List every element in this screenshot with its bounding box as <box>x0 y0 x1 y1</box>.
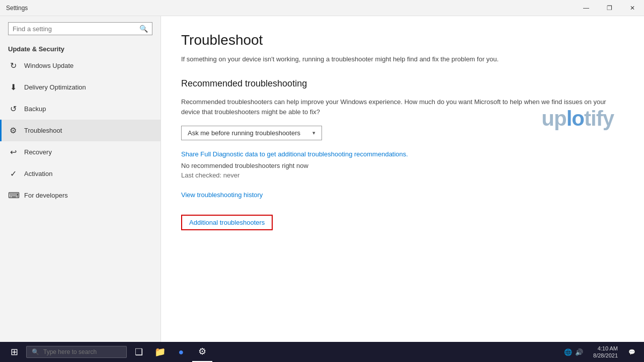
windows-update-icon: ↻ <box>8 61 18 70</box>
taskbar-search-box[interactable]: 🔍 <box>26 346 127 358</box>
additional-troubleshooters-button[interactable]: Additional troubleshooters <box>181 215 273 230</box>
sidebar-item-label: Recovery <box>24 148 52 156</box>
taskbar-clock[interactable]: 4:10 AM 8/28/2021 <box>589 345 622 359</box>
restore-button[interactable]: ❐ <box>598 0 621 16</box>
recommended-section-title: Recommended troubleshooting <box>181 78 624 89</box>
sidebar-item-label: For developers <box>24 192 68 199</box>
window-controls: — ❐ ✕ <box>575 0 644 16</box>
search-input[interactable] <box>13 25 139 33</box>
sidebar-item-label: Delivery Optimization <box>24 83 86 91</box>
settings-button[interactable]: ⚙ <box>192 342 212 362</box>
chevron-down-icon: ▾ <box>312 130 315 136</box>
clock-time: 4:10 AM <box>598 345 618 352</box>
app-title: Settings <box>6 5 28 12</box>
search-icon: 🔍 <box>139 25 148 33</box>
view-history-link[interactable]: View troubleshooting history <box>181 191 624 199</box>
page-description: If something on your device isn't workin… <box>181 54 624 64</box>
content-area: Troubleshoot If something on your device… <box>161 16 644 342</box>
sidebar-item-recovery[interactable]: ↩ Recovery <box>0 141 160 163</box>
notification-button[interactable]: 💬 <box>624 342 640 362</box>
search-box[interactable]: 🔍 <box>8 22 152 35</box>
no-troubleshooters-text: No recommended troubleshooters right now <box>181 162 624 169</box>
taskbar-system-icons: 🌐 🔊 <box>560 348 587 356</box>
last-checked-text: Last checked: never <box>181 171 624 179</box>
dropdown-value: Ask me before running troubleshooters <box>188 129 300 137</box>
taskbar-right: 🌐 🔊 4:10 AM 8/28/2021 💬 <box>560 342 640 362</box>
sidebar-section-label: Update & Security <box>0 41 160 55</box>
taskview-button[interactable]: ❑ <box>129 342 149 362</box>
clock-date: 8/28/2021 <box>593 352 618 359</box>
network-icon: 🌐 <box>564 348 572 356</box>
sidebar-item-backup[interactable]: ↺ Backup <box>0 98 160 120</box>
page-title: Troubleshoot <box>181 32 624 48</box>
taskbar-left: ⊞ 🔍 ❑ 📁 ● ⚙ <box>4 342 212 362</box>
volume-icon: 🔊 <box>575 348 583 356</box>
share-diagnostic-link[interactable]: Share Full Diagnostic data to get additi… <box>181 150 624 158</box>
sidebar-item-label: Windows Update <box>24 62 73 69</box>
delivery-optimization-icon: ⬇ <box>8 82 18 92</box>
taskbar-app-icons: ❑ 📁 ● ⚙ <box>129 342 212 362</box>
sidebar-item-activation[interactable]: ✓ Activation <box>0 163 160 185</box>
sidebar-item-troubleshoot[interactable]: ⚙ Troubleshoot <box>0 120 160 141</box>
app-body: 🔍 Update & Security ↻ Windows Update ⬇ D… <box>0 16 644 342</box>
start-button[interactable]: ⊞ <box>4 342 24 362</box>
developers-icon: ⌨ <box>8 191 18 200</box>
sidebar-item-windows-update[interactable]: ↻ Windows Update <box>0 55 160 76</box>
taskbar: ⊞ 🔍 ❑ 📁 ● ⚙ 🌐 🔊 4:10 AM 8/28/2021 💬 <box>0 342 644 362</box>
sidebar-item-label: Activation <box>24 170 52 177</box>
taskbar-search-icon: 🔍 <box>32 348 39 355</box>
sidebar-item-delivery-optimization[interactable]: ⬇ Delivery Optimization <box>0 76 160 98</box>
minimize-button[interactable]: — <box>575 0 598 16</box>
troubleshooter-dropdown[interactable]: Ask me before running troubleshooters ▾ <box>181 126 322 140</box>
activation-icon: ✓ <box>8 169 18 178</box>
sidebar-item-label: Troubleshoot <box>24 127 62 134</box>
title-bar: Settings — ❐ ✕ <box>0 0 644 16</box>
backup-icon: ↺ <box>8 104 18 114</box>
chrome-button[interactable]: ● <box>171 342 191 362</box>
troubleshoot-icon: ⚙ <box>8 126 18 135</box>
taskbar-search-input[interactable] <box>43 348 114 355</box>
recovery-icon: ↩ <box>8 147 18 157</box>
sidebar-item-for-developers[interactable]: ⌨ For developers <box>0 185 160 206</box>
sidebar: 🔍 Update & Security ↻ Windows Update ⬇ D… <box>0 16 161 342</box>
close-button[interactable]: ✕ <box>621 0 644 16</box>
recommended-description: Recommended troubleshooters can help imp… <box>181 97 624 118</box>
file-explorer-button[interactable]: 📁 <box>150 342 170 362</box>
sidebar-item-label: Backup <box>24 105 46 113</box>
